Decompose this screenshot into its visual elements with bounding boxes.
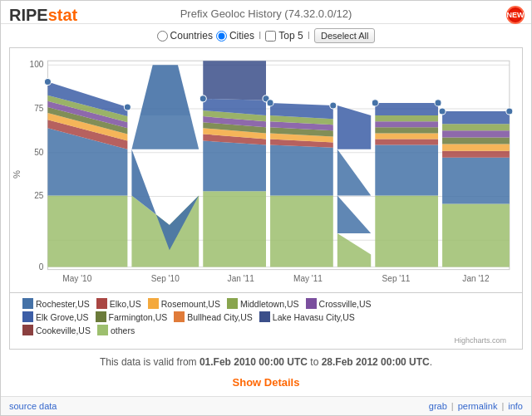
legend-color-elko xyxy=(96,298,107,309)
svg-text:%: % xyxy=(12,170,22,179)
legend-label-farmington: Farmington,US xyxy=(109,312,168,322)
highcharts-credit: Highcharts.com xyxy=(22,335,510,345)
legend-label-rochester: Rochester,US xyxy=(36,299,90,309)
legend-item-others[interactable]: others xyxy=(97,325,135,335)
svg-text:Jan '12: Jan '12 xyxy=(462,274,490,283)
countries-radio[interactable] xyxy=(157,31,168,42)
deselect-all-button[interactable]: Deselect All xyxy=(314,28,375,43)
legend-label-bullhead: Bullhead City,US xyxy=(187,312,253,322)
svg-point-71 xyxy=(439,108,446,115)
legend-item-bullhead[interactable]: Bullhead City,US xyxy=(174,311,253,322)
svg-point-72 xyxy=(506,108,513,115)
legend-item-cookeville[interactable]: Cookeville,US xyxy=(22,325,91,335)
svg-text:May '10: May '10 xyxy=(62,274,91,283)
svg-marker-40 xyxy=(270,145,333,196)
svg-marker-54 xyxy=(375,145,438,196)
permalink-link[interactable]: permalink xyxy=(458,401,498,411)
svg-rect-82 xyxy=(227,298,238,309)
svg-text:75: 75 xyxy=(34,104,44,113)
legend-item-middletown[interactable]: Middletown,US xyxy=(227,298,299,309)
legend-color-elkgrove xyxy=(22,311,33,322)
page-title: Prefix Geoloc History (74.32.0.0/12) xyxy=(180,7,352,20)
svg-marker-55 xyxy=(375,139,438,144)
legend-item-rochester[interactable]: Rochester,US xyxy=(22,298,90,309)
cities-radio[interactable] xyxy=(216,31,227,42)
data-validity: This data is valid from 01.Feb 2010 00:0… xyxy=(1,350,531,371)
svg-text:100: 100 xyxy=(30,60,44,69)
legend-area: Rochester,US Elko,US Rosemount,US Middle… xyxy=(9,293,523,350)
logo: RIPEstat xyxy=(9,6,77,25)
new-badge: NEW xyxy=(506,6,525,24)
svg-point-22 xyxy=(44,78,51,85)
cities-radio-label[interactable]: Cities xyxy=(216,30,254,42)
svg-point-23 xyxy=(124,104,131,110)
countries-radio-label[interactable]: Countries xyxy=(157,30,213,42)
svg-rect-83 xyxy=(306,298,317,309)
countries-label: Countries xyxy=(170,30,213,42)
legend-color-others xyxy=(97,325,108,335)
svg-marker-65 xyxy=(442,151,510,158)
validity-date-to: 28.Feb 2012 00:00 UTC xyxy=(322,356,430,368)
svg-text:Jan '11: Jan '11 xyxy=(228,274,255,283)
svg-marker-67 xyxy=(442,137,510,144)
footer-sep-2: | xyxy=(501,401,504,411)
legend-item-elko[interactable]: Elko,US xyxy=(96,298,141,309)
svg-marker-66 xyxy=(442,144,510,151)
grab-link[interactable]: grab xyxy=(429,401,447,411)
svg-marker-28 xyxy=(203,191,266,267)
validity-date-from: 01.Feb 2010 00:00 UTC xyxy=(200,356,308,368)
svg-marker-27 xyxy=(131,115,199,149)
svg-marker-60 xyxy=(375,103,438,115)
footer-right: grab | permalink | info xyxy=(429,401,523,411)
svg-rect-85 xyxy=(96,311,106,322)
legend-color-crossville xyxy=(306,298,317,309)
svg-marker-56 xyxy=(375,133,438,139)
svg-marker-39 xyxy=(270,195,333,267)
footer: source data grab | permalink | info xyxy=(1,396,531,415)
legend-label-middletown: Middletown,US xyxy=(240,299,299,309)
svg-marker-36 xyxy=(203,61,266,100)
svg-text:25: 25 xyxy=(34,191,44,200)
svg-text:May '11: May '11 xyxy=(293,274,323,283)
svg-rect-89 xyxy=(97,325,108,335)
legend-label-others: others xyxy=(111,325,135,335)
footer-sep-1: | xyxy=(451,401,454,411)
chart-area: % 100 75 50 25 0 xyxy=(9,47,523,293)
info-link[interactable]: info xyxy=(508,401,523,411)
legend-label-rosemount: Rosemount,US xyxy=(161,299,220,309)
svg-marker-68 xyxy=(442,130,510,137)
svg-marker-57 xyxy=(375,127,438,133)
top5-label: Top 5 xyxy=(278,30,303,42)
svg-marker-59 xyxy=(375,115,438,121)
source-data-link[interactable]: source data xyxy=(9,401,57,411)
svg-text:50: 50 xyxy=(34,148,44,157)
svg-marker-58 xyxy=(375,121,438,127)
legend-item-farmington[interactable]: Farmington,US xyxy=(96,311,168,322)
show-details-section: Show Details xyxy=(1,371,531,396)
svg-rect-80 xyxy=(96,298,107,309)
header: RIPEstat Prefix Geoloc History (74.32.0.… xyxy=(1,1,531,24)
logo-stat: stat xyxy=(48,6,78,24)
legend-label-crossville: Crossville,US xyxy=(319,299,372,309)
svg-rect-84 xyxy=(22,311,33,322)
svg-marker-14 xyxy=(47,195,127,267)
svg-marker-29 xyxy=(203,141,266,192)
svg-rect-86 xyxy=(174,311,185,322)
svg-rect-81 xyxy=(148,298,159,309)
separator-1: I xyxy=(259,30,261,42)
svg-marker-63 xyxy=(442,204,510,267)
show-details-link[interactable]: Show Details xyxy=(233,376,300,389)
legend-item-elkgrove[interactable]: Elk Grove,US xyxy=(22,311,89,322)
legend-color-cookeville xyxy=(22,325,33,335)
legend-item-crossville[interactable]: Crossville,US xyxy=(306,298,372,309)
separator-2: I xyxy=(308,30,310,42)
legend-item-lakehavasu[interactable]: Lake Havasu City,US xyxy=(259,311,355,322)
legend-item-rosemount[interactable]: Rosemount,US xyxy=(148,298,220,309)
legend-color-rosemount xyxy=(148,298,159,309)
legend-label-elko: Elko,US xyxy=(110,299,141,309)
svg-marker-53 xyxy=(375,195,438,267)
top5-checkbox-label[interactable]: Top 5 xyxy=(265,30,303,42)
logo-ripe: RIPE xyxy=(9,6,48,24)
legend-label-lakehavasu: Lake Havasu City,US xyxy=(273,312,355,322)
top5-checkbox[interactable] xyxy=(265,31,276,42)
